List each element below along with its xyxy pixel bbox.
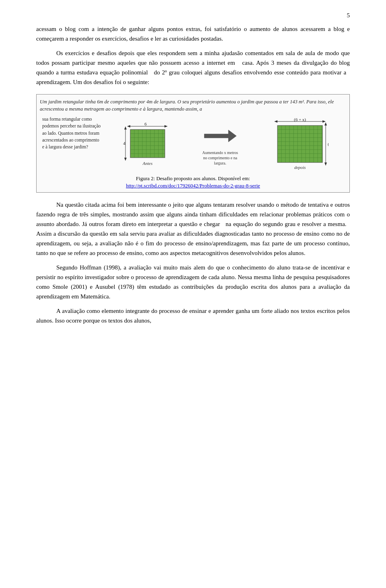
paragraph-5: A avaliação como elemento integrante do … [36, 306, 350, 325]
figure-left-description: sua forma retangular como podemos perceb… [40, 116, 104, 171]
garden-antes-svg: 6 4 [122, 121, 170, 166]
figure-diagrams: 6 4 [104, 116, 346, 171]
garden-depois: (6 + x) (4 + x) [270, 117, 329, 170]
paragraph-4: Segundo Hoffman (1998), a avaliação vai … [36, 263, 350, 301]
figure-link[interactable]: http://pt.scribd.com/doc/17926042/Proble… [126, 183, 260, 189]
figure-top-text: Um jardim retangular tinha 6m de comprim… [40, 99, 346, 113]
svg-marker-6 [124, 158, 127, 161]
svg-marker-26 [274, 120, 277, 123]
svg-marker-5 [124, 126, 127, 130]
figure-disponivel: Disponível em: [218, 175, 250, 181]
figure-block: Um jardim retangular tinha 6m de comprim… [36, 94, 350, 193]
paragraph-1: acessam o blog com a intenção de ganhar … [36, 24, 350, 43]
svg-text:(6 + x): (6 + x) [294, 117, 306, 122]
svg-text:depois: depois [294, 165, 306, 170]
arrow-svg [202, 122, 238, 150]
svg-rect-33 [277, 125, 322, 162]
paragraph-3: Na questão citada acima foi bem interess… [36, 200, 350, 258]
svg-marker-2 [164, 125, 168, 127]
svg-marker-30 [324, 122, 327, 125]
figure-caption-link: http://pt.scribd.com/doc/17926042/Proble… [40, 183, 346, 189]
page-number: 5 [347, 12, 350, 19]
svg-text:(4 + x): (4 + x) [328, 142, 329, 147]
svg-marker-27 [322, 120, 326, 123]
garden-antes: 6 4 [122, 121, 170, 166]
paragraph-2: Os exercícios e desafios depois que eles… [36, 48, 350, 87]
svg-text:4: 4 [123, 141, 125, 146]
svg-rect-8 [130, 130, 165, 158]
figure-caption-text: Figura 2: Desafio proposto aos alunos. [136, 175, 217, 181]
svg-marker-31 [324, 162, 327, 166]
svg-text:Antes: Antes [142, 161, 152, 166]
figure-inner: sua forma retangular como podemos perceb… [40, 116, 346, 171]
arrow-label: Aumentando x metros no comprimento e na … [202, 150, 238, 166]
main-content: acessam o blog com a intenção de ganhar … [36, 24, 350, 325]
svg-marker-24 [204, 130, 236, 142]
garden-depois-svg: (6 + x) (4 + x) [270, 117, 329, 170]
svg-marker-1 [127, 125, 130, 127]
arrow-block: Aumentando x metros no comprimento e na … [200, 122, 241, 166]
svg-text:6: 6 [144, 121, 147, 126]
figure-caption: Figura 2: Desafio proposto aos alunos. D… [40, 175, 346, 182]
page: 5 acessam o blog com a intenção de ganha… [0, 0, 386, 588]
